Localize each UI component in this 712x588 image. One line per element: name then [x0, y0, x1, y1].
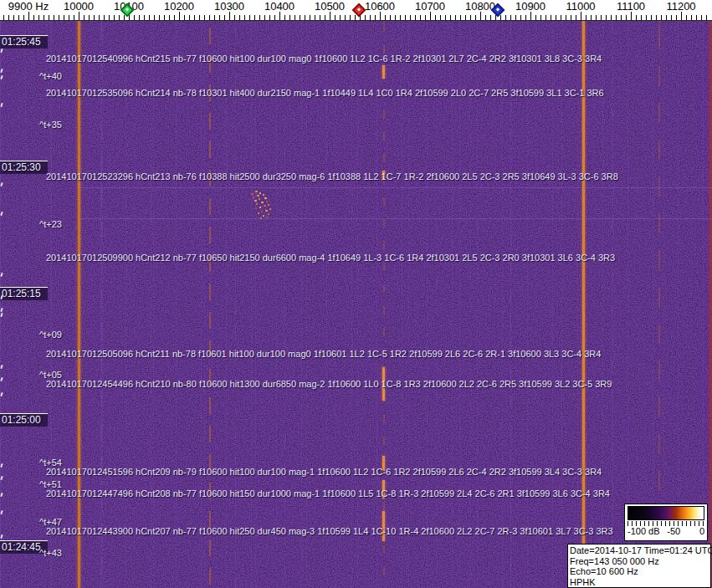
meteor-echo-trace-dot: [268, 213, 269, 215]
db-label-min: -100 dB: [627, 526, 660, 536]
freq-minor-tick: [691, 15, 692, 20]
freq-minor-tick: [696, 15, 697, 20]
freq-major-tick: [330, 12, 330, 20]
freq-label: 10900: [515, 0, 546, 13]
event-time-marker: ^t+43: [39, 548, 62, 558]
freq-minor-tick: [395, 15, 396, 20]
carrier-line: [335, 21, 336, 588]
freq-minor-tick: [435, 15, 436, 20]
freq-minor-tick: [184, 15, 185, 20]
freq-minor-tick: [295, 15, 295, 20]
freq-minor-tick: [626, 15, 627, 20]
freq-minor-tick: [455, 15, 456, 20]
event-time-marker: ^t+40: [39, 71, 62, 81]
freq-minor-tick: [601, 15, 602, 20]
freq-minor-tick: [440, 15, 441, 20]
meteor-echo-trace-dot: [259, 192, 261, 194]
freq-minor-tick: [671, 15, 672, 20]
freq-label: 10400: [264, 0, 295, 13]
freq-minor-tick: [460, 15, 461, 20]
spectrogram-area[interactable]: [0, 21, 712, 588]
freq-minor-tick: [616, 15, 617, 20]
freq-minor-tick: [54, 15, 54, 20]
detection-record-line: 20141017012523296 hCnt213 nb-76 f10388 h…: [46, 171, 618, 182]
freq-label: 10300: [214, 0, 244, 13]
freq-label: 10000: [64, 0, 94, 13]
freq-major-tick: [480, 12, 481, 20]
freq-minor-tick: [606, 15, 607, 20]
horizontal-artifact-line: [79, 187, 712, 188]
db-label-mid: -50: [667, 526, 680, 536]
meteor-echo-trace-dot: [268, 204, 269, 206]
freq-minor-tick: [169, 15, 170, 20]
freq-minor-tick: [420, 15, 421, 20]
freq-major-tick: [79, 12, 79, 20]
freq-minor-tick: [611, 15, 612, 20]
carrier-line: [78, 21, 80, 588]
freq-minor-tick: [254, 15, 255, 20]
freq-minor-tick: [119, 15, 120, 20]
freq-label: 10600: [365, 0, 395, 13]
freq-minor-tick: [18, 15, 19, 20]
detection-record-line: 20141017012443900 hCnt207 nb-77 f10600 h…: [46, 526, 613, 536]
freq-minor-tick: [525, 15, 526, 20]
freq-minor-tick: [49, 15, 49, 20]
freq-minor-tick: [239, 15, 240, 20]
freq-minor-tick: [345, 15, 346, 20]
freq-label: 10500: [315, 0, 345, 13]
freq-minor-tick: [571, 15, 571, 20]
freq-minor-tick: [561, 15, 561, 20]
freq-minor-tick: [219, 15, 220, 20]
freq-minor-tick: [551, 15, 551, 20]
meteor-echo-trace-dot: [253, 197, 254, 198]
freq-minor-tick: [244, 15, 245, 20]
freq-minor-tick: [325, 15, 325, 20]
freq-minor-tick: [134, 15, 135, 20]
freq-minor-tick: [591, 15, 592, 20]
freq-minor-tick: [505, 15, 506, 20]
freq-minor-tick: [385, 15, 386, 20]
freq-minor-tick: [656, 15, 657, 20]
freq-minor-tick: [706, 15, 707, 20]
meteor-echo-trace-dot: [255, 191, 258, 192]
info-observer-code: HPHK: [570, 577, 709, 588]
freq-minor-tick: [375, 15, 376, 20]
event-time-marker: ^t+35: [39, 120, 62, 130]
freq-minor-tick: [64, 15, 64, 20]
freq-major-tick: [631, 12, 632, 20]
freq-minor-tick: [159, 15, 160, 20]
meteor-echo-dash: [382, 65, 385, 79]
freq-minor-tick: [269, 15, 270, 20]
freq-minor-tick: [89, 15, 90, 20]
freq-minor-tick: [445, 15, 446, 20]
frequency-comb-overlay: [0, 21, 712, 588]
meteor-echo-trace-dot: [251, 193, 254, 195]
freq-minor-tick: [465, 15, 466, 20]
freq-minor-tick: [365, 15, 366, 20]
freq-minor-tick: [415, 15, 416, 20]
freq-minor-tick: [289, 15, 290, 20]
meteor-echo-trace-dot: [259, 198, 260, 200]
freq-major-tick: [581, 12, 581, 20]
freq-minor-tick: [515, 15, 516, 20]
carrier-line: [134, 21, 135, 588]
freq-minor-tick: [274, 15, 275, 20]
freq-minor-tick: [686, 15, 687, 20]
freq-minor-tick: [44, 15, 44, 20]
detection-record-line: 20141017012447496 hCnt208 nb-77 f10600 h…: [46, 488, 610, 499]
frequency-ruler: 9900 Hz100001010010200103001040010500106…: [0, 0, 712, 21]
horizontal-artifact-line: [79, 218, 712, 219]
freq-major-tick: [279, 12, 280, 20]
freq-minor-tick: [13, 15, 14, 20]
freq-minor-tick: [596, 15, 597, 20]
freq-minor-tick: [485, 15, 486, 20]
freq-minor-tick: [370, 15, 371, 20]
freq-minor-tick: [646, 15, 647, 20]
freq-major-tick: [380, 12, 381, 20]
freq-minor-tick: [310, 15, 310, 20]
meteor-echo-trace-dot: [259, 207, 261, 208]
freq-minor-tick: [556, 15, 556, 20]
freq-minor-tick: [546, 15, 546, 20]
freq-minor-tick: [300, 15, 300, 20]
freq-major-tick: [681, 12, 682, 20]
